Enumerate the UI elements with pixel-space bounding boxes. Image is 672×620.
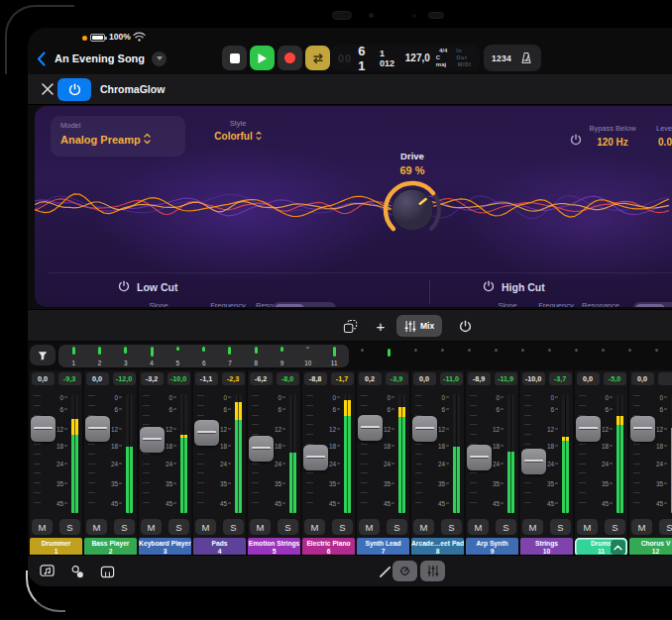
plugins-button[interactable] bbox=[67, 562, 87, 581]
volume-value[interactable]: -6,2 bbox=[250, 372, 273, 385]
metronome-icon[interactable] bbox=[519, 52, 533, 65]
filter-button[interactable] bbox=[30, 345, 56, 365]
solo-button[interactable]: S bbox=[550, 519, 571, 535]
count-in-button[interactable]: 1234 bbox=[492, 53, 511, 63]
mute-button[interactable]: M bbox=[359, 519, 380, 535]
post-option[interactable]: Post bbox=[665, 304, 672, 308]
pre-option[interactable]: Pre bbox=[635, 304, 666, 308]
overview-track-cell[interactable]: 1 bbox=[60, 345, 86, 367]
overview-track-cell[interactable]: 7 bbox=[217, 345, 243, 367]
mute-button[interactable]: M bbox=[522, 519, 543, 535]
peak-level-value[interactable]: -10,0 bbox=[168, 372, 190, 385]
volume-value[interactable]: -8,9 bbox=[468, 372, 491, 385]
drive-knob[interactable] bbox=[381, 178, 444, 242]
fader-handle[interactable] bbox=[303, 445, 328, 470]
lcd-display[interactable]: 00 6 1 1 012 127,0 4/4 C maj In Out MIDI bbox=[331, 45, 480, 71]
solo-button[interactable]: S bbox=[387, 519, 407, 535]
drive-control[interactable]: Drive 69 % bbox=[377, 151, 448, 246]
overview-track-cell[interactable]: 10 bbox=[295, 345, 321, 367]
volume-value[interactable]: 0,0 bbox=[413, 372, 436, 385]
fader-handle[interactable] bbox=[576, 416, 601, 442]
fader-handle[interactable] bbox=[194, 420, 219, 446]
solo-button[interactable]: S bbox=[659, 519, 672, 535]
fader-handle[interactable] bbox=[630, 416, 655, 442]
solo-button[interactable]: S bbox=[332, 519, 353, 535]
solo-button[interactable]: S bbox=[168, 519, 189, 535]
back-button[interactable] bbox=[37, 49, 53, 68]
record-button[interactable] bbox=[278, 46, 302, 70]
overview-track-cell[interactable]: 6 bbox=[190, 345, 216, 367]
peak-level-value[interactable]: -8,0 bbox=[277, 372, 299, 385]
peak-level-value[interactable]: -1,7 bbox=[331, 372, 354, 385]
post-option[interactable]: Post bbox=[304, 304, 335, 308]
paste-settings-button[interactable] bbox=[337, 315, 363, 337]
volume-value[interactable]: -8,8 bbox=[304, 372, 327, 385]
peak-level-value[interactable] bbox=[658, 372, 672, 385]
solo-button[interactable]: S bbox=[114, 519, 135, 535]
solo-button[interactable]: S bbox=[223, 519, 244, 535]
overview-strip[interactable]: 1234567891011 bbox=[58, 345, 672, 367]
overview-track-cell[interactable]: 11 bbox=[321, 345, 347, 367]
overview-visible-window[interactable]: 1234567891011 bbox=[58, 345, 349, 367]
volume-value[interactable]: 0,2 bbox=[359, 372, 382, 385]
peak-level-value[interactable]: -3,7 bbox=[549, 372, 572, 385]
controls-view-button[interactable] bbox=[392, 561, 417, 581]
low-cut-slope[interactable]: Slope 24 dB/Oct bbox=[129, 301, 188, 307]
mute-button[interactable]: M bbox=[304, 519, 325, 535]
peak-level-value[interactable]: -12,0 bbox=[113, 372, 136, 385]
level-control[interactable]: Level 0.0 bbox=[639, 124, 672, 148]
volume-value[interactable]: -1,1 bbox=[195, 372, 218, 385]
overview-track-cell[interactable]: 8 bbox=[243, 345, 269, 367]
solo-button[interactable]: S bbox=[605, 519, 625, 535]
edit-button[interactable] bbox=[375, 562, 394, 581]
mute-button[interactable]: M bbox=[577, 519, 598, 535]
fader-handle[interactable] bbox=[31, 416, 56, 442]
mixer-power-button[interactable] bbox=[452, 315, 478, 337]
fader-handle[interactable] bbox=[358, 415, 383, 441]
mute-button[interactable]: M bbox=[250, 519, 271, 535]
mix-view-button[interactable]: Mix bbox=[396, 315, 442, 337]
plugin-power-button[interactable] bbox=[57, 78, 91, 101]
add-track-button[interactable]: + bbox=[370, 315, 392, 337]
bypass-below-control[interactable]: Bypass Below 120 Hz bbox=[582, 124, 643, 148]
volume-value[interactable]: 0,0 bbox=[32, 372, 55, 385]
fader-handle[interactable] bbox=[467, 445, 492, 470]
overview-track-cell[interactable]: 3 bbox=[113, 345, 139, 367]
overview-track-cell[interactable]: 4 bbox=[139, 345, 165, 367]
peak-level-value[interactable]: -5,0 bbox=[604, 372, 626, 385]
high-cut-power-icon[interactable] bbox=[483, 280, 495, 292]
mute-button[interactable]: M bbox=[468, 519, 489, 535]
volume-value[interactable]: 0,0 bbox=[631, 372, 654, 385]
mute-button[interactable]: M bbox=[413, 519, 434, 535]
fader-handle[interactable] bbox=[412, 416, 437, 442]
overview-track-cell[interactable]: 5 bbox=[165, 345, 190, 367]
mute-button[interactable]: M bbox=[86, 519, 107, 535]
play-surface-button[interactable] bbox=[97, 562, 117, 581]
mute-button[interactable]: M bbox=[141, 519, 162, 535]
volume-value[interactable]: -10,0 bbox=[522, 372, 545, 385]
peak-level-value[interactable]: -3,9 bbox=[386, 372, 408, 385]
solo-button[interactable]: S bbox=[59, 519, 80, 535]
cycle-button[interactable] bbox=[305, 46, 330, 70]
play-button[interactable] bbox=[250, 46, 275, 70]
bypass-power-icon[interactable] bbox=[570, 134, 582, 146]
model-selector[interactable]: Model Analog Preamp bbox=[51, 116, 185, 156]
solo-button[interactable]: S bbox=[496, 519, 516, 535]
collapse-button[interactable] bbox=[611, 540, 625, 555]
overview-track-cell[interactable]: 2 bbox=[86, 345, 112, 367]
solo-button[interactable]: S bbox=[278, 519, 298, 535]
peak-level-value[interactable]: -11,9 bbox=[495, 372, 517, 385]
solo-button[interactable]: S bbox=[441, 519, 462, 535]
volume-value[interactable]: -3,2 bbox=[141, 372, 164, 385]
high-cut-prepost-toggle[interactable]: Pre Post bbox=[633, 302, 672, 307]
peak-level-value[interactable]: -11,0 bbox=[440, 372, 463, 385]
mute-button[interactable]: M bbox=[631, 519, 652, 535]
song-menu[interactable]: An Evening Song bbox=[55, 49, 167, 68]
mute-button[interactable]: M bbox=[32, 519, 53, 535]
pre-option[interactable]: Pre bbox=[275, 304, 305, 308]
peak-level-value[interactable]: -9,3 bbox=[58, 372, 81, 385]
peak-level-value[interactable]: -2,3 bbox=[222, 372, 245, 385]
fader-handle[interactable] bbox=[521, 449, 546, 474]
overview-track-cell[interactable]: 9 bbox=[269, 345, 294, 367]
close-icon[interactable] bbox=[41, 82, 55, 96]
